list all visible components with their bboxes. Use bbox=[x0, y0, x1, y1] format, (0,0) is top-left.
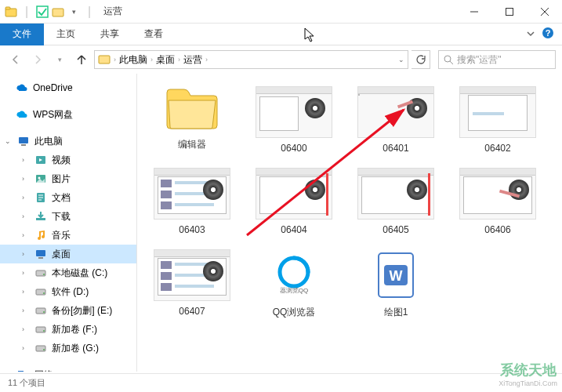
drive-icon bbox=[34, 304, 47, 317]
network-icon bbox=[17, 368, 30, 372]
search-box[interactable]: 搜索"运营" bbox=[438, 50, 556, 69]
chevron-down-icon[interactable]: ⌄ bbox=[5, 137, 13, 145]
chevron-right-icon[interactable]: › bbox=[22, 307, 30, 314]
file-label: 06402 bbox=[484, 143, 510, 154]
svg-point-27 bbox=[43, 274, 45, 275]
downloads-icon bbox=[34, 210, 47, 223]
svg-rect-14 bbox=[21, 144, 26, 146]
chevron-right-icon[interactable]: › bbox=[22, 231, 30, 239]
image-thumbnail bbox=[357, 168, 434, 220]
chevron-right-icon[interactable]: › bbox=[22, 269, 30, 277]
refresh-button[interactable] bbox=[412, 50, 430, 69]
file-item[interactable]: 器浏览QQQQ浏览器 bbox=[247, 249, 341, 319]
file-item[interactable]: 06406 bbox=[451, 168, 545, 235]
search-icon bbox=[444, 55, 454, 65]
tree-label: 新加卷 (F:) bbox=[52, 323, 97, 336]
file-item[interactable]: 06405 bbox=[349, 168, 443, 235]
file-tab[interactable]: 文件 bbox=[0, 24, 44, 45]
documents-icon bbox=[34, 191, 47, 204]
breadcrumb-sep[interactable]: › bbox=[205, 56, 208, 64]
file-item[interactable]: 06403 bbox=[145, 168, 239, 235]
svg-rect-1 bbox=[5, 7, 10, 9]
address-dropdown[interactable]: ⌄ bbox=[398, 56, 404, 64]
folder-icon bbox=[98, 53, 111, 67]
music-icon bbox=[34, 229, 47, 241]
chevron-right-icon[interactable]: › bbox=[22, 325, 30, 333]
svg-rect-5 bbox=[506, 8, 513, 15]
tree-label: 网络 bbox=[34, 368, 53, 372]
status-text: 11 个项目 bbox=[8, 377, 45, 389]
maximize-button[interactable] bbox=[491, 0, 527, 24]
qat-dropdown[interactable]: ▾ bbox=[67, 5, 80, 18]
chevron-right-icon[interactable]: › bbox=[22, 250, 30, 258]
file-item[interactable]: 06404 bbox=[247, 168, 341, 235]
chevron-right-icon[interactable]: › bbox=[22, 175, 30, 183]
svg-rect-24 bbox=[36, 250, 45, 256]
tree-item[interactable]: ›图片 bbox=[0, 169, 136, 188]
chevron-right-icon[interactable]: › bbox=[22, 212, 30, 220]
tree-wps[interactable]: WPS网盘 bbox=[0, 105, 136, 124]
tree-item[interactable]: ›本地磁盘 (C:) bbox=[0, 263, 136, 282]
tree-item[interactable]: ›备份[勿删] (E:) bbox=[0, 301, 136, 320]
drive-icon bbox=[34, 323, 47, 336]
svg-rect-13 bbox=[19, 137, 28, 143]
file-item[interactable]: W绘图1 bbox=[349, 249, 443, 319]
navigation-tree[interactable]: OneDrive WPS网盘 ⌄ 此电脑 ›视频›图片›文档›下载›音乐›桌面›… bbox=[0, 74, 137, 372]
forward-button[interactable] bbox=[28, 50, 47, 69]
recent-dropdown[interactable]: ▾ bbox=[50, 50, 69, 69]
chevron-right-icon[interactable]: › bbox=[22, 288, 30, 296]
close-button[interactable] bbox=[527, 0, 562, 24]
up-button[interactable] bbox=[72, 50, 91, 69]
cloud-icon bbox=[16, 108, 28, 121]
tree-item[interactable]: ›新加卷 (F:) bbox=[0, 320, 136, 339]
breadcrumb-sep[interactable]: › bbox=[178, 56, 180, 64]
cloud-icon bbox=[16, 82, 28, 94]
tree-item[interactable]: ›软件 (D:) bbox=[0, 282, 136, 301]
breadcrumb-desktop[interactable]: 桌面 bbox=[156, 53, 175, 67]
file-label: 06407 bbox=[179, 306, 205, 317]
tree-onedrive[interactable]: OneDrive bbox=[0, 78, 136, 97]
content-pane[interactable]: 编辑器0640006401064020640306404064050640606… bbox=[137, 74, 562, 372]
breadcrumb-thispc[interactable]: 此电脑 bbox=[119, 53, 147, 67]
tab-view[interactable]: 查看 bbox=[132, 24, 176, 45]
address-bar[interactable]: › 此电脑 › 桌面 › 运营 › ⌄ bbox=[94, 50, 408, 69]
help-button[interactable]: ? bbox=[542, 27, 554, 42]
svg-point-11 bbox=[444, 56, 451, 62]
tab-home[interactable]: 主页 bbox=[44, 24, 88, 45]
tree-item[interactable]: ›下载 bbox=[0, 207, 136, 226]
tree-network[interactable]: › 网络 bbox=[0, 365, 136, 372]
tree-item[interactable]: ›视频 bbox=[0, 151, 136, 169]
file-item[interactable]: 06402 bbox=[451, 86, 545, 154]
chevron-right-icon[interactable]: › bbox=[5, 371, 13, 372]
svg-text:?: ? bbox=[546, 28, 551, 38]
tree-item[interactable]: ›音乐 bbox=[0, 226, 136, 245]
file-label: 06400 bbox=[281, 143, 306, 154]
qat-properties-checkbox[interactable] bbox=[36, 5, 49, 18]
file-item[interactable]: 06407 bbox=[145, 249, 239, 319]
chevron-right-icon[interactable]: › bbox=[22, 344, 30, 352]
tree-label: 桌面 bbox=[52, 248, 71, 261]
back-button[interactable] bbox=[6, 50, 25, 69]
file-item[interactable]: 06400 bbox=[247, 86, 341, 154]
file-label: 06401 bbox=[383, 143, 408, 154]
tab-share[interactable]: 共享 bbox=[88, 24, 132, 45]
chevron-right-icon[interactable]: › bbox=[22, 156, 30, 164]
breadcrumb-current[interactable]: 运营 bbox=[183, 53, 202, 67]
tree-label: OneDrive bbox=[33, 82, 73, 93]
tree-thispc[interactable]: ⌄ 此电脑 bbox=[0, 132, 136, 151]
file-item[interactable]: 编辑器 bbox=[145, 86, 239, 154]
file-label: 06403 bbox=[179, 224, 205, 235]
navigation-bar: ▾ › 此电脑 › 桌面 › 运营 › ⌄ 搜索"运营" bbox=[0, 45, 562, 74]
file-item[interactable]: 06401 bbox=[349, 86, 443, 154]
tree-item[interactable]: ›桌面 bbox=[0, 245, 136, 263]
svg-line-12 bbox=[450, 61, 453, 64]
ribbon-expand-button[interactable] bbox=[526, 27, 535, 42]
tree-item[interactable]: ›文档 bbox=[0, 188, 136, 207]
tree-item[interactable]: ›新加卷 (G:) bbox=[0, 339, 136, 358]
chevron-right-icon[interactable]: › bbox=[22, 194, 30, 201]
search-placeholder: 搜索"运营" bbox=[457, 53, 502, 67]
breadcrumb-sep[interactable]: › bbox=[150, 56, 153, 64]
breadcrumb-sep[interactable]: › bbox=[114, 56, 116, 64]
minimize-button[interactable] bbox=[456, 0, 491, 24]
pictures-icon bbox=[34, 172, 47, 185]
